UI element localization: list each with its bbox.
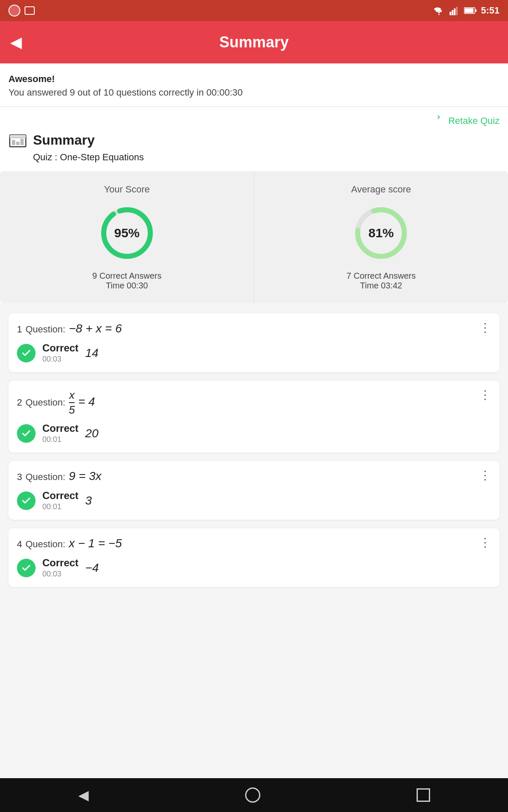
question-1-text: Question: [25, 324, 65, 335]
svg-rect-1 [452, 10, 453, 15]
question-card-2: 2 Question: x 5 = 4 ⋮ Correct [8, 381, 500, 453]
question-1-equation: −8 + x = 6 [69, 322, 121, 335]
notification-icon [25, 6, 35, 15]
avg-score-label: Average score [351, 184, 411, 195]
question-3-label: 3 Question: 9 = 3x [17, 469, 479, 483]
question-card-1: 1 Question: −8 + x = 6 ⋮ Correct 00:03 1… [8, 313, 500, 372]
retake-quiz-button[interactable]: Retake Quiz [434, 115, 500, 126]
question-row-3: 3 Question: 9 = 3x ⋮ [17, 469, 491, 483]
status-time: 5:51 [481, 5, 500, 16]
score-cards: Your Score 95% 9 Correct Answers Time 00… [0, 171, 508, 303]
your-score-card: Your Score 95% 9 Correct Answers Time 00… [0, 171, 254, 303]
question-1-check [17, 344, 36, 362]
svg-rect-2 [454, 8, 456, 15]
question-row-4: 4 Question: x − 1 = −5 ⋮ [17, 537, 491, 550]
nav-recents-button[interactable] [417, 788, 430, 802]
question-2-answer-row: Correct 00:01 20 [17, 422, 491, 444]
question-1-number: 1 [17, 324, 22, 335]
your-correct-answers: 9 Correct Answers [92, 271, 161, 281]
question-3-number: 3 [17, 472, 22, 483]
wifi-icon [433, 6, 445, 15]
avg-correct-answers: 7 Correct Answers [347, 271, 416, 281]
summary-title: Summary [33, 132, 95, 148]
question-4-answer-row: Correct 00:03 −4 [17, 557, 491, 579]
battery-icon [464, 7, 477, 14]
quiz-name: Quiz : One-Step Equations [8, 152, 500, 163]
question-2-status-col: Correct 00:01 [42, 422, 78, 444]
header: ◀ Summary [0, 21, 508, 63]
avg-time: Time 03:42 [360, 281, 402, 291]
question-2-equation: x 5 = 4 [69, 389, 95, 416]
question-2-number: 2 [17, 397, 22, 408]
svg-rect-6 [475, 9, 476, 12]
question-3-equation: 9 = 3x [69, 469, 101, 483]
headline: Awesome! [8, 74, 500, 85]
your-score-label: Your Score [104, 184, 150, 195]
question-2-menu[interactable]: ⋮ [479, 389, 491, 401]
retake-icon [434, 115, 445, 126]
question-2-label: 2 Question: x 5 = 4 [17, 389, 479, 416]
divider [0, 107, 508, 107]
question-3-menu[interactable]: ⋮ [479, 469, 491, 481]
nav-bar: ◀ [0, 778, 508, 812]
question-4-status-col: Correct 00:03 [42, 557, 78, 579]
question-1-answer-row: Correct 00:03 14 [17, 342, 491, 364]
question-4-number: 4 [17, 539, 22, 550]
signal-icon [450, 6, 460, 15]
question-3-status-col: Correct 00:01 [42, 490, 78, 511]
nav-home-button[interactable] [245, 787, 260, 803]
status-bar: 5:51 [0, 0, 508, 21]
question-2-status: Correct [42, 422, 78, 434]
back-button[interactable]: ◀ [10, 33, 22, 51]
summary-header: Summary [8, 131, 500, 149]
svg-rect-11 [16, 142, 19, 145]
question-row-2: 2 Question: x 5 = 4 ⋮ [17, 389, 491, 416]
avg-score-card: Average score 81% 7 Correct Answers Time… [254, 171, 508, 303]
svg-rect-0 [450, 12, 451, 15]
question-4-label: 4 Question: x − 1 = −5 [17, 537, 479, 550]
question-4-status: Correct [42, 557, 78, 569]
status-bar-right: 5:51 [433, 5, 500, 16]
frac-num-2: x [69, 389, 75, 403]
question-2-answer: 20 [85, 427, 98, 440]
question-1-time: 00:03 [42, 355, 78, 364]
question-3-answer: 3 [85, 494, 92, 508]
page-title: Summary [219, 33, 289, 51]
retake-row: Retake Quiz [8, 115, 500, 126]
nav-back-button[interactable]: ◀ [78, 787, 89, 803]
question-3-check [17, 491, 36, 510]
summary-chart-icon [8, 131, 27, 149]
question-2-time: 00:01 [42, 435, 78, 444]
question-1-status-col: Correct 00:03 [42, 342, 78, 364]
subline: You answered 9 out of 10 questions corre… [8, 87, 500, 98]
question-3-status: Correct [42, 490, 78, 502]
your-time: Time 00:30 [106, 281, 148, 291]
retake-label: Retake Quiz [448, 115, 500, 126]
question-3-text: Question: [25, 472, 65, 483]
question-4-menu[interactable]: ⋮ [479, 537, 491, 549]
status-bar-left [8, 5, 35, 16]
svg-rect-8 [10, 135, 26, 138]
question-1-answer: 14 [85, 346, 98, 360]
svg-rect-10 [12, 140, 15, 145]
frac-den-2: 5 [69, 403, 75, 416]
question-1-status: Correct [42, 342, 78, 354]
question-2-fraction: x 5 [69, 389, 75, 416]
question-4-answer: −4 [85, 561, 99, 575]
question-4-check [17, 559, 36, 577]
svg-rect-5 [464, 8, 473, 13]
question-3-time: 00:01 [42, 502, 78, 511]
question-1-menu[interactable]: ⋮ [479, 322, 491, 334]
question-4-time: 00:03 [42, 570, 78, 579]
your-score-pct: 95% [114, 226, 140, 240]
app-icon [8, 5, 20, 16]
question-2-rhs: = 4 [78, 395, 95, 408]
question-card-4: 4 Question: x − 1 = −5 ⋮ Correct 00:03 −… [8, 528, 500, 587]
question-card-3: 3 Question: 9 = 3x ⋮ Correct 00:01 3 [8, 461, 500, 520]
question-3-answer-row: Correct 00:01 3 [17, 490, 491, 511]
main-content: Awesome! You answered 9 out of 10 questi… [0, 63, 508, 303]
your-score-donut: 95% [97, 203, 157, 263]
questions-area: 1 Question: −8 + x = 6 ⋮ Correct 00:03 1… [0, 313, 508, 638]
avg-score-donut: 81% [351, 203, 411, 263]
svg-rect-12 [20, 139, 24, 145]
